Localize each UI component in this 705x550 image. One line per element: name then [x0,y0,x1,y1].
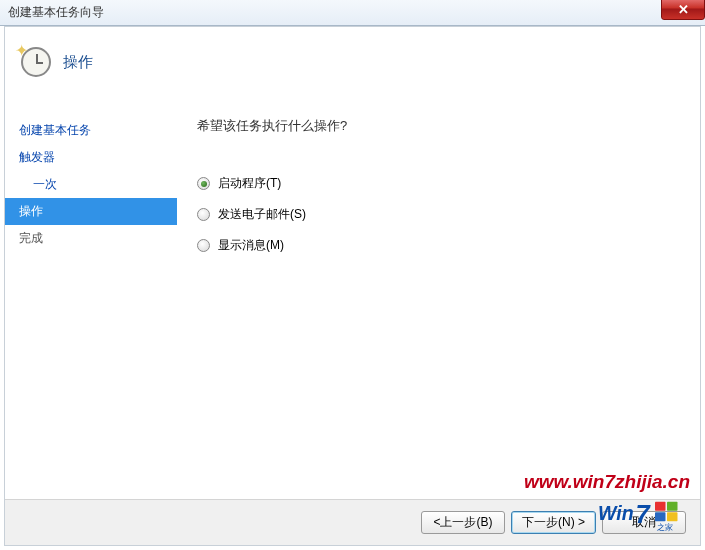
close-button[interactable]: ✕ [661,0,705,20]
sidebar-item-trigger[interactable]: 触发器 [5,144,177,171]
wizard-sidebar: 创建基本任务 触发器 一次 操作 完成 [5,115,177,497]
window-body: ✦ 操作 创建基本任务 触发器 一次 操作 完成 希望该任务执行什么操作? 启动… [4,26,701,546]
radio-start-program[interactable]: 启动程序(T) [197,175,680,192]
content-area: 创建基本任务 触发器 一次 操作 完成 希望该任务执行什么操作? 启动程序(T)… [5,115,700,497]
sidebar-item-finish: 完成 [5,225,177,252]
next-button[interactable]: 下一步(N) > [511,511,596,534]
sidebar-item-once[interactable]: 一次 [5,171,177,198]
radio-display-message[interactable]: 显示消息(M) [197,237,680,254]
sidebar-item-action[interactable]: 操作 [5,198,177,225]
prompt-text: 希望该任务执行什么操作? [197,117,680,135]
radio-icon [197,239,210,252]
radio-label: 启动程序(T) [218,175,281,192]
close-icon: ✕ [678,2,689,17]
wizard-header: ✦ 操作 [5,27,700,107]
radio-label: 显示消息(M) [218,237,284,254]
radio-icon [197,177,210,190]
main-panel: 希望该任务执行什么操作? 启动程序(T) 发送电子邮件(S) 显示消息(M) [177,115,700,497]
page-title: 操作 [63,53,93,72]
back-button[interactable]: <上一步(B) [421,511,505,534]
radio-label: 发送电子邮件(S) [218,206,306,223]
wizard-footer: <上一步(B) 下一步(N) > 取消 [5,499,700,545]
titlebar: 创建基本任务向导 ✕ [0,0,705,26]
task-scheduler-icon: ✦ [19,45,53,79]
cancel-button[interactable]: 取消 [602,511,686,534]
window-title: 创建基本任务向导 [8,4,104,21]
radio-send-email[interactable]: 发送电子邮件(S) [197,206,680,223]
radio-icon [197,208,210,221]
sidebar-item-create-basic-task[interactable]: 创建基本任务 [5,117,177,144]
